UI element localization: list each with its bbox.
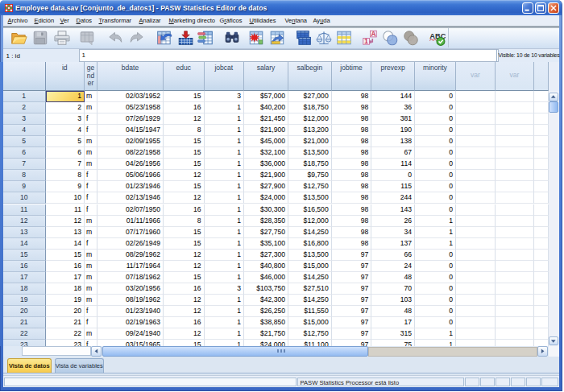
svg-text:1: 1: [364, 38, 368, 45]
svg-text:A: A: [371, 30, 375, 37]
